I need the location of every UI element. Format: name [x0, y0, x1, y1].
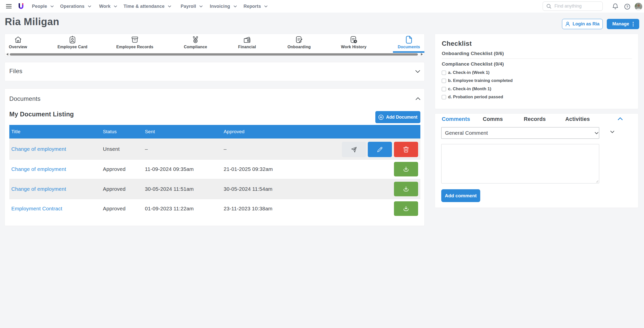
svg-text:?: ? — [626, 5, 628, 9]
